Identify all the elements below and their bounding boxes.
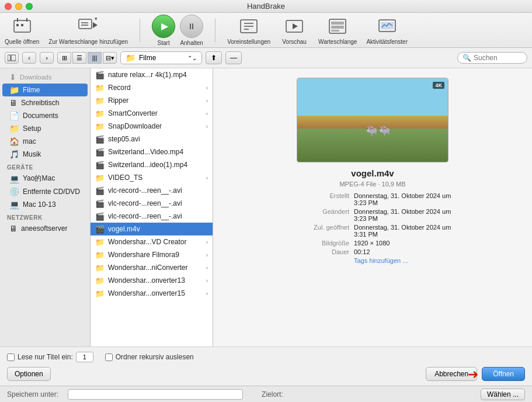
expand-arrow-icon: › (206, 290, 208, 297)
file-item[interactable]: 🎬vogel.m4v (91, 223, 213, 235)
folder-icon: 📁 (95, 251, 105, 259)
file-item[interactable]: 📁Wondershar...onverter15› (91, 287, 213, 300)
forward-button[interactable]: › (40, 52, 54, 64)
expand-arrow-icon: › (206, 123, 208, 130)
expand-arrow-icon: › (206, 239, 208, 245)
file-item-name: SmartConverter (108, 109, 203, 117)
speichern-input[interactable] (68, 389, 243, 400)
folder-icon: 📁 (95, 122, 105, 131)
share-button[interactable]: ⬆ (206, 51, 222, 64)
file-item-name: Wondershare Filmora9 (108, 251, 203, 259)
svg-rect-16 (331, 22, 344, 25)
detail-dauer: Dauer 00:12 (291, 248, 454, 255)
detail-geaendert: Geändert Donnerstag, 31. Oktober 2024 um… (291, 208, 454, 222)
preview-meta: MPEG-4 File · 10,9 MB (339, 181, 405, 188)
gallery-view-button[interactable]: ⊟▾ (103, 52, 117, 64)
file-item-name: vlc-record-...reen__-.avi (108, 199, 208, 207)
file-item[interactable]: 🎬step05.avi (91, 133, 213, 145)
file-item[interactable]: 📁SmartConverter› (91, 107, 213, 120)
location-dropdown[interactable]: 📁 Filme ⌃⌄ (120, 51, 202, 64)
warteschlange-add-button[interactable]: ▾ Zur Warteschlange hinzufügen (48, 16, 128, 45)
svg-marker-14 (293, 23, 298, 29)
sidebar-item-schreibtisch[interactable]: 🖥 Schreibtisch (2, 96, 88, 109)
svg-rect-22 (11, 55, 16, 61)
voreinstellungen-button[interactable]: Voreinstellungen (227, 16, 270, 45)
start-icon: ▶ (152, 15, 175, 38)
file-item[interactable]: 📁Ripper› (91, 94, 213, 107)
vorschau-button[interactable]: Vorschau (280, 16, 309, 45)
search-input[interactable] (474, 54, 520, 62)
file-item[interactable]: 🎬Switzerland...ideo(1).mp4 (91, 158, 213, 171)
sidebar-item-downloads[interactable]: ⬇ Downloads (2, 71, 88, 84)
file-item[interactable]: 🎬nature relax...r 4k(1).mp4 (91, 68, 213, 81)
start-button[interactable]: ▶ Start (152, 15, 175, 46)
yao-icon: 💻 (9, 174, 19, 183)
preview-filename: vogel.m4v (351, 168, 394, 178)
file-item[interactable]: 📁Wondershare Filmora9› (91, 248, 213, 261)
offnen-button[interactable]: Öffnen (482, 367, 525, 381)
file-item[interactable]: 🎬vlc-record-...reen__-.avi (91, 197, 213, 210)
tags-value[interactable]: Tags hinzufügen ... (354, 257, 408, 264)
sidebar-item-musik[interactable]: 🎵 Musik (2, 148, 88, 161)
minimize-button[interactable] (15, 3, 22, 10)
lese-input[interactable] (76, 352, 93, 362)
erstellt-value: Donnerstag, 31. Oktober 2024 um 3:23 PM (354, 192, 454, 206)
file-item[interactable]: 📁Wondershar...onverter13› (91, 274, 213, 287)
detail-bildgroesse: Bildgröße 1920 × 1080 (291, 240, 454, 247)
sidebar-item-mac[interactable]: 🏠 mac (2, 135, 88, 148)
folder-icon: 📁 (95, 109, 105, 118)
warteschlange-add-icon: ▾ (78, 16, 99, 37)
sidebar-item-mac1013[interactable]: 💻 Mac 10-13 (2, 198, 88, 211)
sidebar-item-documents[interactable]: 📄 Documents (2, 109, 88, 122)
sidebar-item-entfernte[interactable]: 💿 Entfernte CD/DVD (2, 185, 88, 198)
close-button[interactable] (5, 3, 12, 10)
ordner-checkbox[interactable] (105, 354, 113, 361)
file-item[interactable]: 📁Wondershar...niConverter› (91, 261, 213, 274)
svg-rect-21 (8, 55, 11, 61)
quelle-button[interactable]: Quelle öffnen (5, 16, 39, 45)
svg-rect-5 (79, 19, 92, 29)
maximize-button[interactable] (26, 3, 33, 10)
zielort-label: Zielort: (262, 390, 283, 398)
file-item[interactable]: 📁Record› (91, 81, 213, 94)
file-item[interactable]: 📁VIDEO_TS› (91, 171, 213, 184)
ordner-option: Ordner rekursiv auslesen (105, 353, 194, 361)
detail-erstellt: Erstellt Donnerstag, 31. Oktober 2024 um… (291, 192, 454, 206)
aktivitaet-icon (377, 16, 398, 37)
anhalten-button[interactable]: ⏸ Anhalten (180, 15, 203, 46)
file-item[interactable]: 📁SnapDownloader› (91, 120, 213, 133)
sidebar-toggle-button[interactable] (5, 52, 19, 64)
file-icon: 🎬 (95, 148, 105, 157)
lese-checkbox[interactable] (7, 354, 15, 361)
sidebar-item-aneesoftserver[interactable]: 🖥 aneesoftserver (2, 222, 88, 235)
aktivitaet-button[interactable]: Aktivitätsfenster (366, 16, 408, 45)
sidebar-item-label-filme: Filme (23, 86, 40, 94)
warteschlange-button[interactable]: Warteschlange (318, 16, 357, 45)
dialog-bottom: Lese nur Titel ein: Ordner rekursiv ausl… (0, 346, 532, 386)
action-button[interactable]: — (225, 51, 242, 64)
file-item-name: Wondershar...onverter13 (108, 276, 203, 285)
file-item[interactable]: 📁Wondershar...VD Creator› (91, 235, 213, 248)
sidebar-item-setup[interactable]: 📁 Setup (2, 122, 88, 135)
column-view-button[interactable]: ||| (88, 52, 102, 64)
geaendert-label: Geändert (291, 208, 349, 222)
file-item-name: nature relax...r 4k(1).mp4 (108, 71, 208, 79)
file-item[interactable]: 🎬vlc-record-...reen__-.avi (91, 184, 213, 197)
wahlen-button[interactable]: Wählen ... (481, 389, 525, 400)
erstellt-label: Erstellt (291, 192, 349, 206)
list-view-button[interactable]: ☰ (72, 52, 86, 64)
optionen-button[interactable]: Optionen (7, 367, 51, 381)
location-label: Filme (139, 54, 156, 62)
aktivitaet-label: Aktivitätsfenster (366, 39, 408, 45)
icon-view-button[interactable]: ⊞ (57, 52, 71, 64)
sidebar-item-filme[interactable]: 📁 Filme (2, 84, 88, 96)
folder-icon: 📁 (95, 276, 105, 285)
back-button[interactable]: ‹ (22, 52, 36, 64)
file-item[interactable]: 🎬Switzerland...Video.mp4 (91, 145, 213, 158)
sidebar-item-yao[interactable]: 💻 Yao的Mac (2, 172, 88, 185)
file-item[interactable]: 🎬vlc-record-...reen__-.avi (91, 210, 213, 223)
file-item-name: vlc-record-...reen__-.avi (108, 186, 208, 195)
expand-arrow-icon: › (206, 265, 208, 271)
setup-icon: 📁 (9, 124, 19, 133)
window-controls (5, 3, 33, 10)
